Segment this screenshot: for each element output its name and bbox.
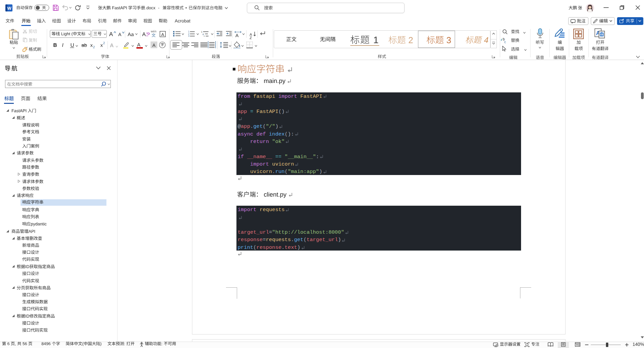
svg-text:W: W: [7, 6, 11, 11]
svg-text:c: c: [504, 40, 506, 44]
svg-text:3: 3: [188, 35, 190, 37]
svg-text:i: i: [204, 35, 204, 37]
